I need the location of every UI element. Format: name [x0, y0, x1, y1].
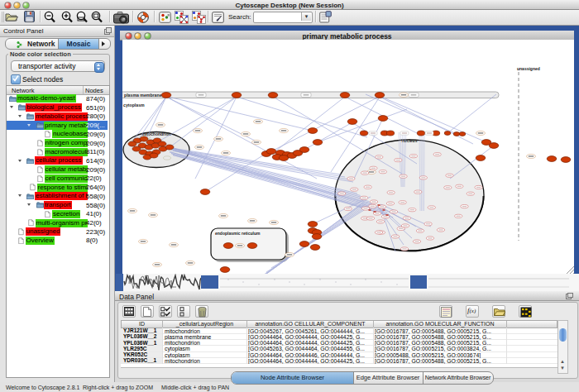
svg-text:plasma membrane: plasma membrane	[124, 93, 162, 98]
svg-text:mitochondrion: mitochondrion	[142, 131, 171, 136]
svg-text:endoplasmic reticulum: endoplasmic reticulum	[215, 231, 261, 236]
svg-text:cytoplasm: cytoplasm	[123, 103, 145, 108]
svg-text:unassigned: unassigned	[517, 66, 540, 71]
